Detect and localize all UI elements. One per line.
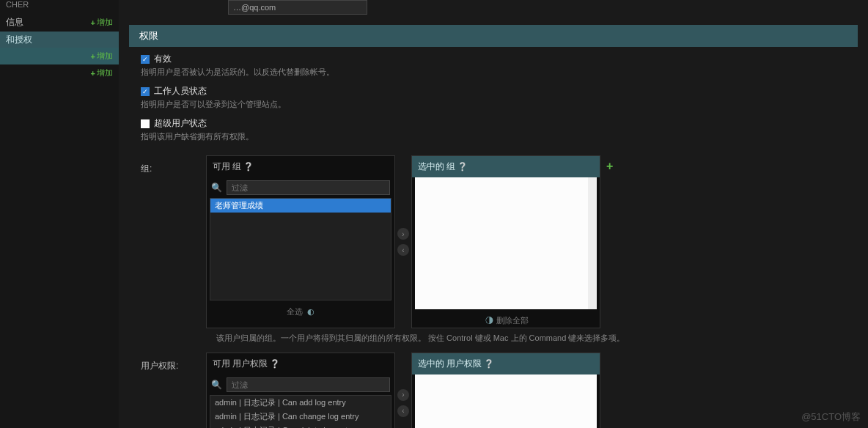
move-arrows: › ‹ bbox=[395, 353, 411, 428]
groups-selector: 组: 可用 组❔ 🔍 老师管理成绩 全选 ◐ › ‹ 选中的 组❔ bbox=[119, 155, 868, 328]
groups-filter-input[interactable] bbox=[227, 180, 390, 195]
sidebar-add-link[interactable]: +增加 bbox=[91, 67, 113, 78]
permissions-checkboxes: ✓ 有效 指明用户是否被认为是活跃的。以反选代替删除帐号。 ✓ 工作人员状态 指… bbox=[119, 47, 868, 155]
help-text: 指明用户是否可以登录到这个管理站点。 bbox=[141, 99, 846, 110]
move-arrows: › ‹ bbox=[395, 155, 411, 328]
circle-left-icon: ◑ bbox=[485, 316, 493, 325]
help-icon[interactable]: ❔ bbox=[457, 162, 468, 171]
checkbox-unchecked-icon bbox=[141, 119, 150, 128]
groups-label: 组: bbox=[129, 155, 206, 328]
chosen-groups-box: 选中的 组❔ ◑ 删除全部 bbox=[411, 155, 600, 328]
checkbox-checked-icon: ✓ bbox=[141, 55, 150, 64]
list-item[interactable]: admin | 日志记录 | Can delete log entry bbox=[210, 424, 391, 428]
list-item[interactable]: admin | 日志记录 | Can add log entry bbox=[210, 396, 391, 410]
move-left-button[interactable]: ‹ bbox=[397, 244, 409, 256]
available-groups-list[interactable]: 老师管理成绩 bbox=[210, 198, 391, 300]
search-icon: 🔍 bbox=[211, 380, 222, 390]
user-permissions-selector: 用户权限: 可用 用户权限❔ 🔍 admin | 日志记录 | Can add … bbox=[119, 353, 868, 428]
checkbox-superuser[interactable]: 超级用户状态 bbox=[141, 117, 846, 130]
add-group-plus-icon[interactable]: + bbox=[606, 160, 613, 328]
move-right-button[interactable]: › bbox=[397, 228, 409, 240]
available-permissions-list[interactable]: admin | 日志记录 | Can add log entry admin |… bbox=[210, 395, 391, 428]
checkbox-staff[interactable]: ✓ 工作人员状态 bbox=[141, 85, 846, 97]
chosen-permissions-title: 选中的 用户权限❔ bbox=[412, 353, 600, 374]
permissions-filter-input[interactable] bbox=[227, 377, 390, 392]
email-field[interactable] bbox=[228, 0, 367, 15]
available-permissions-box: 可用 用户权限❔ 🔍 admin | 日志记录 | Can add log en… bbox=[206, 353, 395, 428]
list-item[interactable]: 老师管理成绩 bbox=[210, 199, 391, 213]
help-icon[interactable]: ❔ bbox=[484, 359, 494, 368]
chosen-groups-list[interactable] bbox=[415, 177, 597, 309]
groups-help-text: 该用户归属的组。一个用户将得到其归属的组的所有权限。 按住 Control 键或… bbox=[129, 333, 858, 344]
sidebar-add-link[interactable]: +增加 bbox=[91, 17, 113, 28]
checkbox-active[interactable]: ✓ 有效 bbox=[141, 53, 846, 65]
search-icon: 🔍 bbox=[211, 182, 222, 193]
list-item[interactable]: admin | 日志记录 | Can change log entry bbox=[210, 410, 391, 424]
help-text: 指明用户是否被认为是活跃的。以反选代替删除帐号。 bbox=[141, 67, 846, 78]
plus-icon: + bbox=[91, 52, 95, 61]
sidebar-add-link[interactable]: +增加 bbox=[91, 51, 113, 62]
help-text: 指明该用户缺省拥有所有权限。 bbox=[141, 131, 846, 142]
move-right-button[interactable]: › bbox=[397, 389, 409, 401]
sidebar-module-heading: CHER bbox=[0, 0, 119, 13]
chosen-permissions-list[interactable] bbox=[415, 374, 597, 428]
sidebar: CHER 信息 +增加 和授权 +增加 +增加 bbox=[0, 0, 119, 428]
available-groups-box: 可用 组❔ 🔍 老师管理成绩 全选 ◐ bbox=[206, 155, 395, 328]
watermark: @51CTO博客 bbox=[801, 410, 861, 424]
circle-right-icon: ◐ bbox=[307, 307, 315, 316]
select-all-link[interactable]: 全选 ◐ bbox=[207, 303, 394, 319]
permissions-header: 权限 bbox=[129, 25, 858, 47]
user-permissions-label: 用户权限: bbox=[129, 353, 206, 428]
main-content: 权限 ✓ 有效 指明用户是否被认为是活跃的。以反选代替删除帐号。 ✓ 工作人员状… bbox=[119, 0, 868, 428]
sidebar-item-label: 信息 bbox=[6, 16, 23, 29]
plus-icon: + bbox=[91, 18, 95, 27]
sidebar-item-active[interactable]: +增加 bbox=[0, 48, 119, 64]
available-groups-title: 可用 组❔ bbox=[207, 156, 394, 177]
remove-all-link[interactable]: ◑ 删除全部 bbox=[412, 312, 600, 328]
available-permissions-title: 可用 用户权限❔ bbox=[207, 353, 394, 374]
plus-icon: + bbox=[91, 69, 95, 78]
sidebar-item-info[interactable]: 信息 +增加 bbox=[0, 13, 119, 32]
help-icon[interactable]: ❔ bbox=[243, 162, 254, 171]
help-icon[interactable]: ❔ bbox=[270, 359, 280, 368]
sidebar-item[interactable]: +增加 bbox=[0, 64, 119, 81]
sidebar-section-auth: 和授权 bbox=[0, 32, 119, 48]
checkbox-checked-icon: ✓ bbox=[141, 87, 150, 96]
chosen-permissions-box: 选中的 用户权限❔ bbox=[411, 353, 600, 428]
chosen-groups-title: 选中的 组❔ bbox=[412, 156, 600, 177]
move-left-button[interactable]: ‹ bbox=[397, 405, 409, 417]
